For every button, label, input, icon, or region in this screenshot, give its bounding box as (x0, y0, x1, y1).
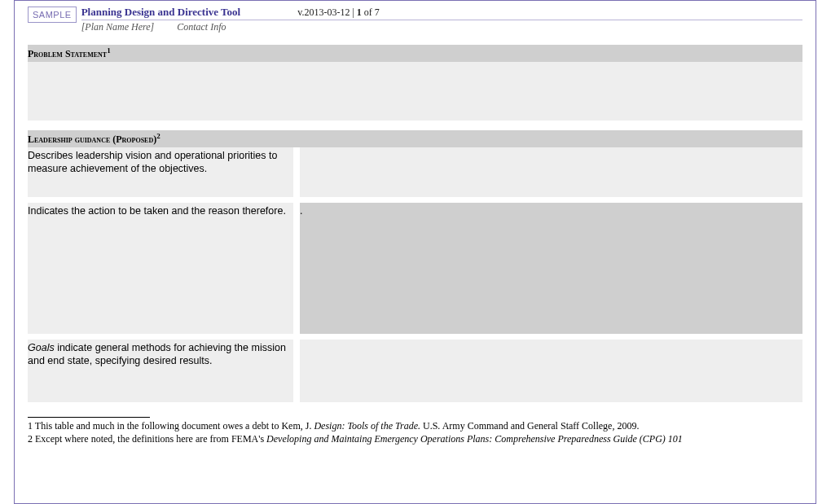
document-title: Planning Design and Directive Tool (81, 6, 241, 19)
problem-statement-heading: Problem Statement1 (28, 45, 802, 62)
heading-text: Leadership guidance (Proposed) (28, 134, 156, 145)
lg-row3-right (300, 340, 802, 402)
version-and-page: v.2013-03-12 | 1 of 7 (297, 7, 380, 19)
lg-row2-left: Indicates the action to be taken and the… (28, 203, 293, 334)
plan-name-placeholder: [Plan Name Here] (81, 21, 155, 33)
fn1-num: 1 (28, 420, 35, 432)
goals-bold: Goals (28, 342, 55, 353)
lg-row3-left: Goals indicate general methods for achie… (28, 340, 293, 402)
header-line-2: [Plan Name Here] Contact Info (81, 20, 802, 33)
gap (293, 203, 300, 334)
gap (293, 147, 300, 197)
contact-info-placeholder: Contact Info (177, 21, 226, 33)
spacer (28, 121, 802, 130)
heading-sup: 2 (156, 132, 160, 140)
heading-text: Problem Statement (28, 48, 107, 59)
sep: | (350, 7, 356, 18)
row-gap (28, 334, 802, 340)
footnote-1: 1 This table and much in the following d… (28, 419, 802, 432)
page-border: SAMPLE Planning Design and Directive Too… (14, 0, 816, 504)
fn1-a: This table and much in the following doc… (35, 420, 314, 432)
lg-row1-left: Describes leadership vision and operatio… (28, 147, 293, 197)
lg-row1-right (300, 147, 802, 197)
fn1-b: U.S. Army Command and General Staff Coll… (420, 420, 639, 432)
fn2-a: Except where noted, the definitions here… (35, 433, 266, 445)
fn2-ital: Developing and Maintaing Emergency Opera… (266, 433, 683, 445)
page-of: of (362, 7, 375, 18)
heading-sup: 1 (107, 46, 111, 55)
header-line-1: Planning Design and Directive Tool v.201… (81, 6, 802, 20)
version: 2013-03-12 (304, 7, 350, 18)
gap (293, 340, 300, 402)
spacer (28, 402, 802, 415)
document-header: SAMPLE Planning Design and Directive Too… (28, 6, 802, 33)
leadership-guidance-heading: Leadership guidance (Proposed)2 (28, 130, 802, 147)
sample-badge: SAMPLE (28, 7, 77, 23)
page-total: 7 (375, 7, 380, 18)
leadership-guidance-section: Leadership guidance (Proposed)2 Describe… (28, 130, 802, 402)
footnotes: 1 This table and much in the following d… (28, 415, 802, 445)
fn1-ital: Design: Tools of the Trade. (314, 420, 420, 432)
problem-statement-body (28, 62, 802, 121)
row-gap (28, 197, 802, 203)
header-lines: Planning Design and Directive Tool v.201… (81, 6, 802, 33)
problem-statement-section: Problem Statement1 (28, 45, 802, 121)
footnote-2: 2 Except where noted, the definitions he… (28, 432, 802, 445)
footnote-rule (28, 417, 150, 418)
lg-row2-right: . (300, 203, 802, 334)
goals-rest: indicate general methods for achieving t… (28, 342, 286, 366)
fn2-num: 2 (28, 433, 35, 445)
